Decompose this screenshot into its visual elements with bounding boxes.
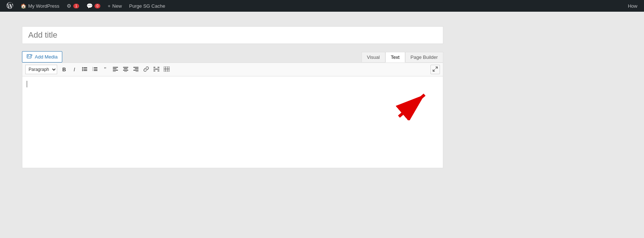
editor-content[interactable] — [22, 76, 443, 168]
adminbar-comments[interactable]: 💬 0 — [83, 0, 104, 12]
editor-toolbar: Paragraph Heading 1 Heading 2 Heading 3 … — [22, 63, 443, 76]
editor-box: Paragraph Heading 1 Heading 2 Heading 3 … — [22, 63, 443, 168]
adminbar-purge-cache[interactable]: Purge SG Cache — [126, 0, 169, 12]
add-media-label: Add Media — [35, 54, 58, 60]
svg-rect-32 — [153, 71, 155, 71]
svg-rect-6 — [84, 67, 87, 68]
unordered-list-button[interactable] — [80, 65, 89, 74]
paragraph-select[interactable]: Paragraph Heading 1 Heading 2 Heading 3 … — [25, 65, 57, 74]
svg-point-9 — [82, 70, 83, 71]
align-right-button[interactable] — [131, 65, 141, 74]
link-button[interactable] — [141, 65, 151, 74]
comments-icon: 💬 — [86, 3, 93, 9]
add-media-icon — [27, 53, 33, 60]
admin-bar: 🏠 My WordPress ⚙ 1 💬 0 + New Purge SG Ca… — [0, 0, 644, 12]
adminbar-site-name[interactable]: 🏠 My WordPress — [17, 0, 63, 12]
adminbar-wp-logo[interactable] — [3, 0, 17, 12]
align-center-button[interactable] — [121, 65, 130, 74]
svg-point-5 — [82, 67, 83, 68]
svg-rect-14 — [94, 69, 97, 69]
purge-cache-label: Purge SG Cache — [129, 3, 165, 9]
svg-rect-29 — [153, 69, 159, 69]
tab-page-builder[interactable]: Page Builder — [405, 52, 443, 62]
svg-rect-26 — [135, 68, 138, 69]
comments-badge: 0 — [95, 4, 100, 8]
expand-icon — [433, 67, 438, 73]
svg-rect-30 — [153, 67, 155, 68]
svg-rect-16 — [94, 70, 97, 71]
tab-text[interactable]: Text — [385, 52, 405, 63]
svg-rect-25 — [133, 67, 138, 68]
table-button[interactable] — [162, 65, 171, 74]
svg-rect-17 — [113, 67, 118, 68]
updates-icon: ⚙ — [67, 3, 71, 9]
page-content: Add Media Visual Text Page Builder Parag… — [0, 12, 644, 238]
adminbar-updates[interactable]: ⚙ 1 — [63, 0, 83, 12]
svg-text:3.: 3. — [92, 69, 93, 71]
svg-rect-28 — [136, 71, 138, 72]
new-label: New — [112, 3, 122, 9]
editor-top-bar: Add Media Visual Text Page Builder — [22, 51, 443, 63]
svg-rect-22 — [124, 68, 127, 69]
adminbar-new[interactable]: + New — [104, 0, 126, 12]
svg-rect-18 — [113, 68, 116, 69]
plus-icon: + — [108, 3, 111, 9]
title-wrapper — [22, 26, 622, 44]
svg-rect-23 — [123, 70, 128, 71]
align-left-button[interactable] — [111, 65, 120, 74]
svg-point-7 — [82, 68, 83, 69]
svg-rect-19 — [113, 70, 118, 71]
svg-rect-20 — [113, 71, 116, 72]
svg-rect-31 — [158, 67, 159, 68]
updates-badge: 1 — [73, 4, 79, 8]
italic-button[interactable]: I — [70, 65, 79, 74]
add-media-button[interactable]: Add Media — [22, 51, 62, 63]
svg-rect-27 — [133, 70, 138, 71]
editor-tabs: Visual Text Page Builder — [362, 52, 443, 62]
adminbar-right-text: How — [624, 3, 641, 9]
svg-rect-34 — [164, 67, 170, 72]
svg-rect-0 — [27, 54, 31, 58]
text-cursor — [27, 81, 27, 87]
svg-rect-33 — [158, 71, 159, 71]
site-name-label: My WordPress — [28, 3, 59, 9]
bold-button[interactable]: B — [59, 65, 69, 74]
svg-rect-12 — [94, 67, 97, 68]
more-button[interactable] — [152, 65, 161, 74]
svg-rect-21 — [123, 67, 128, 68]
blockquote-button[interactable]: " — [100, 65, 110, 74]
arrow-annotation — [392, 87, 436, 121]
post-title-input[interactable] — [22, 26, 443, 44]
wordpress-icon — [7, 2, 13, 10]
toolbar-expand-button[interactable] — [430, 65, 440, 74]
svg-rect-8 — [84, 69, 87, 69]
home-icon: 🏠 — [21, 3, 26, 9]
ordered-list-button[interactable]: 1. 2. 3. — [90, 65, 100, 74]
svg-rect-24 — [124, 71, 127, 72]
tab-visual[interactable]: Visual — [362, 52, 385, 62]
svg-rect-10 — [84, 70, 87, 71]
editor-wrapper: Add Media Visual Text Page Builder Parag… — [22, 51, 443, 168]
